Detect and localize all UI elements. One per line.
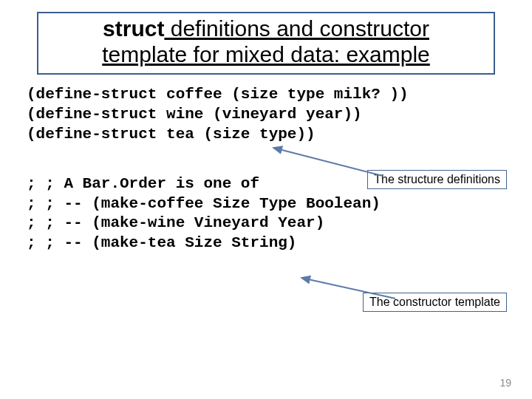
title-rest-2: template for mixed data: example <box>102 42 430 66</box>
title-struct-word: struct <box>103 16 164 41</box>
annotation-ctor-template: The constructor template <box>363 293 507 312</box>
svg-line-0 <box>273 148 383 176</box>
title-line-1: struct definitions and constructor <box>53 16 479 42</box>
def-line-2: (define-struct wine (vineyard year)) <box>27 106 362 123</box>
comment-line-1: ; ; A Bar.Order is one of <box>27 175 259 192</box>
comment-line-2: ; ; -- (make-coffee Size Type Boolean) <box>27 195 381 212</box>
title-rest-1: definitions and constructor <box>164 16 429 41</box>
def-line-3: (define-struct tea (size type)) <box>27 126 316 143</box>
slide-title-box: struct definitions and constructor templ… <box>37 12 495 75</box>
page-number: 19 <box>499 377 511 389</box>
comment-line-3: ; ; -- (make-wine Vineyard Year) <box>27 214 324 231</box>
comment-line-4: ; ; -- (make-tea Size String) <box>27 234 296 251</box>
code-struct-defs: (define-struct coffee (size type milk? )… <box>27 85 532 145</box>
annotation-struct-defs: The structure definitions <box>367 170 507 189</box>
title-line-2: template for mixed data: example <box>53 42 479 68</box>
def-line-1: (define-struct coffee (size type milk? )… <box>27 86 409 103</box>
